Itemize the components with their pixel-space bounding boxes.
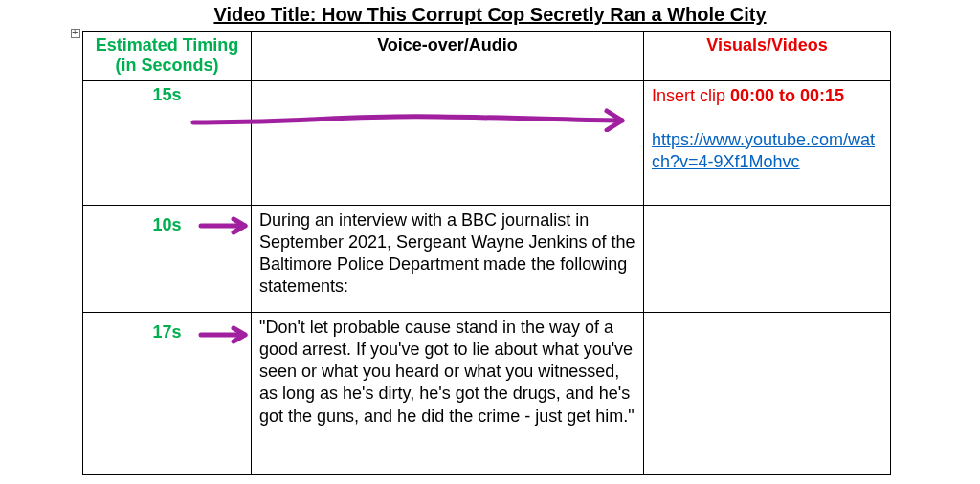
timing-cell: 17s bbox=[83, 313, 252, 475]
timing-value: 10s bbox=[152, 215, 181, 234]
visual-cell bbox=[644, 313, 891, 475]
source-link[interactable]: https://www.youtube.com/watch?v=4-9Xf1Mo… bbox=[652, 129, 882, 174]
page-title: Video Title: How This Corrupt Cop Secret… bbox=[0, 0, 980, 32]
timing-cell: 10s bbox=[83, 206, 252, 313]
audio-text: "Don't let probable cause stand in the w… bbox=[259, 318, 635, 425]
header-timing: Estimated Timing (in Seconds) bbox=[83, 32, 252, 81]
title-main: How This Corrupt Cop Secretly Ran a Whol… bbox=[322, 4, 767, 25]
table-header-row: Estimated Timing (in Seconds) Voice-over… bbox=[83, 32, 891, 81]
insert-clip-text: Insert clip 00:00 to 00:15 bbox=[652, 86, 844, 105]
insert-range: 00:00 to 00:15 bbox=[730, 86, 844, 105]
timing-value: 15s bbox=[152, 85, 181, 104]
header-timing-l1: Estimated Timing bbox=[96, 35, 239, 55]
header-visuals: Visuals/Videos bbox=[644, 32, 891, 81]
table-anchor-icon bbox=[71, 29, 80, 38]
table-row: 10s During an interview with a BBC journ… bbox=[83, 206, 891, 313]
script-table: Estimated Timing (in Seconds) Voice-over… bbox=[82, 31, 891, 475]
header-audio: Voice-over/Audio bbox=[252, 32, 644, 81]
timing-value: 17s bbox=[152, 322, 181, 341]
visual-cell: Insert clip 00:00 to 00:15 https://www.y… bbox=[644, 81, 891, 206]
timing-cell: 15s bbox=[83, 81, 252, 206]
audio-text: During an interview with a BBC journalis… bbox=[259, 210, 635, 296]
audio-cell bbox=[252, 81, 644, 206]
title-prefix: Video Title: bbox=[213, 4, 322, 25]
header-timing-l2: (in Seconds) bbox=[115, 55, 218, 75]
audio-cell: During an interview with a BBC journalis… bbox=[252, 206, 644, 313]
table-row: 15s Insert clip 00:00 to 00:15 https://w… bbox=[83, 81, 891, 206]
insert-prefix: Insert clip bbox=[652, 86, 730, 105]
visual-cell bbox=[644, 206, 891, 313]
audio-cell: "Don't let probable cause stand in the w… bbox=[252, 313, 644, 475]
table-row: 17s "Don't let probable cause stand in t… bbox=[83, 313, 891, 475]
